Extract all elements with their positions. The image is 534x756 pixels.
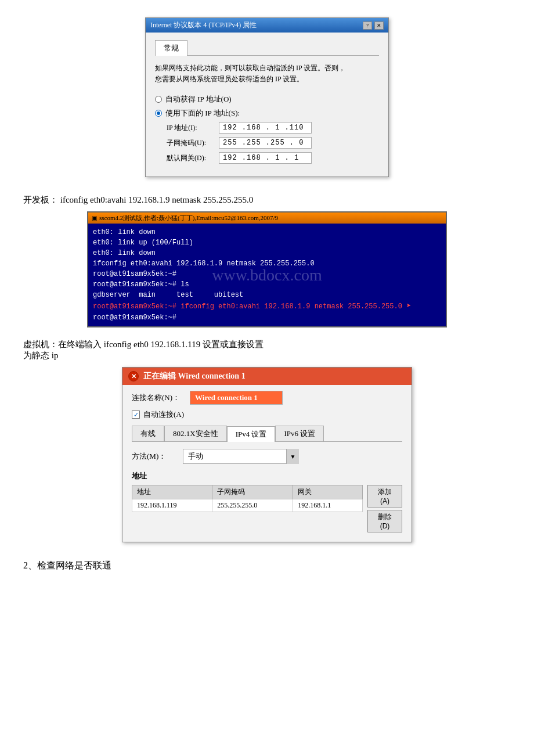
win-subnet-input[interactable]: 255 .255 .255 . 0 [219, 137, 312, 149]
vm-connection-name-row: 连接名称(N)： Wired connection 1 [132, 391, 402, 405]
vm-address-table: 地址 子网掩码 网关 192.168.1.119 255.255.255.0 1… [132, 485, 363, 512]
vm-tabs: 有线 802.1X安全性 IPv4 设置 IPv6 设置 [132, 426, 402, 442]
win-dialog-title: Internet 协议版本 4 (TCP/IPv4) 属性 [150, 20, 257, 30]
terminal-line-2: eth0: link down [93, 248, 441, 258]
vm-connection-label: 连接名称(N)： [132, 393, 190, 403]
terminal-body: eth0: link down eth0: link up (100/Full)… [88, 224, 446, 326]
vm-add-button[interactable]: 添加(A) [367, 485, 402, 507]
vm-address-section-label: 地址 [132, 471, 402, 481]
vm-select-arrow-icon: ▼ [286, 449, 299, 464]
vm-method-select-wrapper: 手动 ▼ [183, 449, 299, 464]
vm-address-area: 地址 子网掩码 网关 192.168.1.119 255.255.255.0 1… [132, 485, 402, 532]
vm-close-button[interactable]: ✕ [128, 371, 139, 381]
win-radio-manual-icon [155, 110, 162, 117]
terminal-line-6: gdbserver main test ubitest [93, 290, 441, 300]
terminal-line-1: eth0: link up (100/Full) [93, 237, 441, 248]
win-tab-general[interactable]: 常规 [155, 40, 187, 56]
win-subnet-row: 子网掩码(U): 255 .255 .255 . 0 [167, 137, 379, 149]
vm-table-header-address: 地址 [132, 485, 212, 499]
vm-connection-input[interactable]: Wired connection 1 [190, 391, 283, 405]
section-text-2: 虚拟机：在终端输入 ifconfig eth0 192.168.1.119 设置… [23, 339, 511, 361]
terminal-icon: ▣ [92, 215, 97, 221]
win-subnet-label: 子网掩码(U): [167, 138, 219, 148]
win-close-button[interactable]: ✕ [374, 21, 384, 30]
terminal-line-3: ifconfig eth0:avahi 192.168.1.9 netmask … [93, 258, 441, 269]
vm-dialog-body: 连接名称(N)： Wired connection 1 ✓ 自动连接(A) 有线… [122, 385, 412, 542]
vm-delete-button[interactable]: 删除(D) [367, 510, 402, 532]
vm-method-label: 方法(M)： [132, 451, 178, 462]
vm-method-select[interactable]: 手动 [183, 449, 299, 464]
section-text-1: 开发板： ifconfig eth0:avahi 192.168.1.9 net… [23, 195, 511, 206]
win-ip-row: IP 地址(I): 192 .168 . 1 .110 [167, 122, 379, 134]
win-gateway-label: 默认网关(D): [167, 153, 219, 163]
vm-table-cell-subnet: 255.255.255.0 [212, 499, 293, 512]
vm-titlebar: ✕ 正在编辑 Wired connection 1 [122, 368, 412, 385]
vm-dialog-title: 正在编辑 Wired connection 1 [143, 371, 246, 381]
win-help-button[interactable]: ? [363, 21, 372, 30]
win-radio-manual-ip[interactable]: 使用下面的 IP 地址(S): [155, 108, 379, 118]
terminal-title: sscom4.2测试版,作者:聂小猛(丁丁),Email:mcu52@163.c… [99, 214, 278, 222]
terminal-line-8: root@at91sam9x5ek:~# [93, 312, 441, 323]
vm-tab-wired[interactable]: 有线 [132, 426, 164, 441]
vm-auto-connect-label: 自动连接(A) [143, 409, 184, 420]
win-radio-auto-ip[interactable]: 自动获得 IP 地址(O) [155, 94, 379, 105]
vm-tab-ipv6[interactable]: IPv6 设置 [275, 426, 324, 441]
terminal-titlebar: ▣ sscom4.2测试版,作者:聂小猛(丁丁),Email:mcu52@163… [88, 213, 446, 224]
win-dialog-body: 常规 如果网络支持此功能，则可以获取自动指派的 IP 设置。否则， 您需要从网络… [146, 33, 388, 177]
win-titlebar-buttons: ? ✕ [363, 21, 384, 30]
vm-table-header-subnet: 子网掩码 [212, 485, 293, 499]
vm-auto-connect-row[interactable]: ✓ 自动连接(A) [132, 409, 402, 420]
vm-dialog: ✕ 正在编辑 Wired connection 1 连接名称(N)： Wired… [122, 367, 412, 542]
terminal-line-7: root@at91sam9x5ek:~# ifconfig eth0:avahi… [93, 300, 441, 312]
win-radio-auto-icon [155, 96, 162, 103]
vm-method-row: 方法(M)： 手动 ▼ [132, 449, 402, 464]
win-tab-bar: 常规 [155, 39, 379, 56]
vm-table-cell-address: 192.168.1.119 [132, 499, 212, 512]
vm-action-buttons: 添加(A) 删除(D) [367, 485, 402, 532]
win-gateway-input[interactable]: 192 .168 . 1 . 1 [219, 152, 312, 164]
win-radio-auto-label: 自动获得 IP 地址(O) [165, 94, 232, 105]
win-titlebar: Internet 协议版本 4 (TCP/IPv4) 属性 ? ✕ [146, 18, 388, 33]
vm-table-cell-gateway: 192.168.1.1 [293, 499, 363, 512]
vm-table-header-gateway: 网关 [293, 485, 363, 499]
win-gateway-row: 默认网关(D): 192 .168 . 1 . 1 [167, 152, 379, 164]
win-ip-label: IP 地址(I): [167, 123, 219, 133]
win-radio-manual-label: 使用下面的 IP 地址(S): [165, 108, 240, 118]
win-description: 如果网络支持此功能，则可以获取自动指派的 IP 设置。否则， 您需要从网络系统管… [155, 63, 379, 85]
terminal-line-0: eth0: link down [93, 227, 441, 237]
terminal-line-5: root@at91sam9x5ek:~# ls [93, 279, 441, 290]
win-ip-input[interactable]: 192 .168 . 1 .110 [219, 122, 312, 134]
footer-text: 2、检查网络是否联通 [23, 560, 511, 572]
terminal-arrow: ➤ [406, 301, 411, 311]
terminal-box: ▣ sscom4.2测试版,作者:聂小猛(丁丁),Email:mcu52@163… [87, 211, 447, 327]
vm-auto-connect-checkbox[interactable]: ✓ [132, 411, 140, 419]
table-row: 192.168.1.119 255.255.255.0 192.168.1.1 [132, 499, 363, 512]
win-dialog: Internet 协议版本 4 (TCP/IPv4) 属性 ? ✕ 常规 如果网… [145, 17, 389, 177]
terminal-line-4: root@at91sam9x5ek:~# [93, 269, 441, 279]
vm-tab-ipv4[interactable]: IPv4 设置 [227, 426, 276, 442]
vm-tab-security[interactable]: 802.1X安全性 [164, 426, 227, 441]
